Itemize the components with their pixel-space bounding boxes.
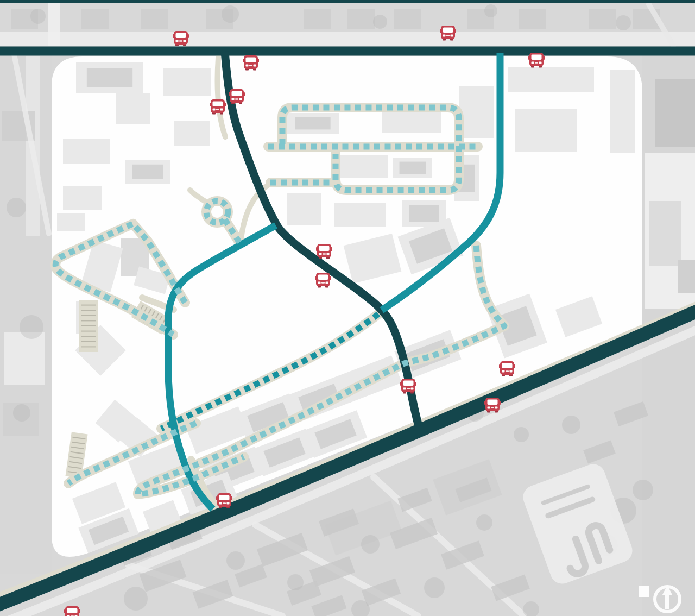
aerial-tree (562, 416, 580, 434)
bus-stop-icon[interactable] (315, 273, 331, 288)
aerial-tree (514, 427, 529, 442)
bus-stop-icon[interactable] (229, 89, 245, 104)
bus-stop-icon[interactable] (499, 361, 515, 376)
parking-lot-rows (79, 300, 98, 352)
building-footprint (287, 193, 321, 225)
bus-stop-icon[interactable] (400, 379, 416, 394)
bus-stop-icon[interactable] (440, 26, 456, 41)
bus-stop-icon[interactable] (528, 53, 545, 68)
building-footprint (76, 62, 143, 93)
aerial-tree (30, 9, 46, 24)
building-footprint (393, 158, 432, 178)
aerial-feature (141, 9, 168, 29)
aerial-tree (424, 577, 445, 598)
aerial-feature (304, 9, 331, 29)
building-footprint (337, 155, 388, 178)
building-footprint (515, 109, 577, 152)
aerial-tree (7, 198, 26, 217)
building-footprint (125, 160, 170, 184)
building-footprint (459, 86, 494, 138)
bus-stop-icon[interactable] (64, 606, 80, 616)
aerial-tree (484, 4, 497, 17)
building-footprint (287, 113, 339, 134)
map-canvas (0, 0, 695, 616)
aerial-tree (20, 315, 43, 339)
bus-stop-icon[interactable] (210, 99, 226, 115)
bus-stop-icon[interactable] (316, 244, 332, 259)
bus-stop-icon[interactable] (484, 398, 501, 413)
building-footprint (63, 186, 102, 210)
building-footprint (610, 70, 635, 153)
aerial-tree (222, 5, 239, 23)
map-control-square[interactable] (639, 586, 649, 597)
aerial-tree (287, 574, 304, 590)
aerial-feature (348, 9, 375, 29)
building-roof-inset (132, 165, 163, 179)
aerial-feature (394, 9, 421, 29)
aerial-feature (519, 9, 546, 29)
building-footprint (57, 213, 85, 231)
aerial-tree (226, 551, 245, 570)
aerial-tree (13, 404, 30, 422)
building-roof-inset (295, 117, 330, 130)
bus-stop-icon[interactable] (216, 493, 232, 508)
building-footprint (116, 93, 150, 124)
aerial-tree (476, 514, 492, 531)
bus-stop-icon[interactable] (173, 31, 189, 46)
aerial-feature (0, 32, 695, 46)
building-roof-inset (87, 68, 132, 87)
building-footprint (163, 68, 211, 96)
building-footprint (508, 67, 594, 92)
aerial-tree (124, 587, 148, 611)
aerial-feature (678, 260, 695, 293)
bus-stop-icon[interactable] (243, 55, 259, 71)
building-footprint (63, 139, 110, 164)
aerial-feature (4, 332, 45, 385)
building-footprint (334, 203, 386, 227)
building-roof-inset (400, 162, 426, 174)
aerial-tree (616, 15, 631, 30)
aerial-tree (633, 480, 653, 500)
aerial-feature (589, 9, 616, 29)
aerial-tree (361, 535, 380, 554)
aerial-feature (655, 79, 695, 147)
building-roof-inset (409, 205, 439, 222)
building-footprint (174, 121, 210, 146)
aerial-feature (649, 201, 681, 266)
transit-map-svg (0, 0, 695, 616)
aerial-tree (373, 15, 387, 29)
aerial-feature (48, 2, 60, 46)
aerial-feature (81, 9, 109, 29)
